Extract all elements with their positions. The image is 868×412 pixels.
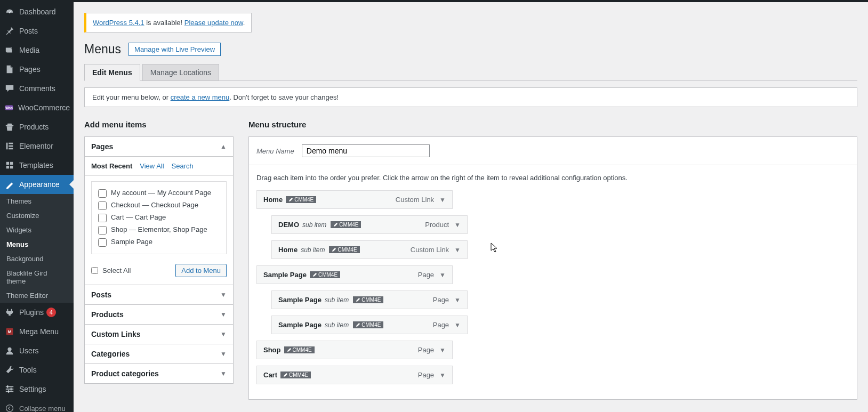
chevron-down-icon[interactable]: ▼ xyxy=(454,321,461,329)
cmm4e-badge[interactable]: CMM4E xyxy=(280,371,311,378)
menu-item[interactable]: DEMOsub item CMM4EProduct▼ xyxy=(271,215,468,234)
page-icon xyxy=(4,64,15,75)
menu-item[interactable]: Sample Pagesub item CMM4EPage▼ xyxy=(271,316,468,334)
sidebar-item-settings[interactable]: Settings xyxy=(0,379,74,399)
tools-icon xyxy=(4,365,15,375)
menu-structure-title: Menu structure xyxy=(248,120,857,129)
sidebar-label: Elementor xyxy=(19,142,53,150)
page-checkbox[interactable] xyxy=(98,238,107,247)
menu-item[interactable]: Sample Pagesub item CMM4EPage▼ xyxy=(271,290,468,309)
chevron-down-icon[interactable]: ▼ xyxy=(454,246,461,254)
accordion-head[interactable]: Categories▼ xyxy=(85,344,233,363)
page-header: Menus Manage with Live Preview xyxy=(84,42,857,56)
menu-item[interactable]: Homesub item CMM4ECustom Link▼ xyxy=(271,240,468,259)
svg-rect-16 xyxy=(8,390,9,393)
sidebar-item-comments[interactable]: Comments xyxy=(0,79,74,98)
add-menu-items-column: Add menu items Pages▲Most RecentView All… xyxy=(84,120,234,400)
page-checkbox[interactable] xyxy=(98,226,107,235)
select-all[interactable]: Select All xyxy=(91,266,131,274)
inner-tab-search[interactable]: Search xyxy=(172,162,194,170)
cmm4e-badge[interactable]: CMM4E xyxy=(353,321,383,328)
sidebar-item-dashboard[interactable]: Dashboard xyxy=(0,2,74,21)
sidebar-sub-customize[interactable]: Customize xyxy=(0,208,74,223)
accordion-label: Custom Links xyxy=(91,330,141,338)
live-preview-button[interactable]: Manage with Live Preview xyxy=(128,43,221,56)
chevron-down-icon[interactable]: ▼ xyxy=(454,221,461,229)
svg-rect-4 xyxy=(6,143,8,150)
sidebar-item-appearance[interactable]: Appearance xyxy=(0,175,74,194)
menu-item[interactable]: Shop CMM4EPage▼ xyxy=(256,341,453,359)
menu-body: Drag each item into the order you prefer… xyxy=(249,165,857,399)
sidebar-sub-menus[interactable]: Menus xyxy=(0,237,74,252)
page-checkbox-row[interactable]: Sample Page xyxy=(98,236,220,248)
menu-item-head: Cart CMM4EPage▼ xyxy=(257,366,452,384)
select-all-checkbox[interactable] xyxy=(91,267,98,274)
sidebar-sub-theme-editor[interactable]: Theme Editor xyxy=(0,288,74,303)
menu-item[interactable]: Home CMM4ECustom Link▼ xyxy=(256,190,453,209)
page-checkbox-row[interactable]: Cart — Cart Page xyxy=(98,212,220,224)
sidebar-sub-background[interactable]: Background xyxy=(0,252,74,266)
accordion-head[interactable]: Pages▲ xyxy=(85,137,233,156)
menu-item-head: Sample Page CMM4EPage▼ xyxy=(257,266,452,284)
cmm4e-badge[interactable]: CMM4E xyxy=(284,346,315,353)
menu-item[interactable]: Sample Page CMM4EPage▼ xyxy=(256,265,453,284)
menu-item-title: Home xyxy=(278,246,298,254)
sidebar-item-plugins[interactable]: Plugins4 xyxy=(0,303,74,322)
cmm4e-badge[interactable]: CMM4E xyxy=(310,271,340,278)
page-checkbox-row[interactable]: Shop — Elementor, Shop Page xyxy=(98,224,220,236)
menu-item[interactable]: Cart CMM4EPage▼ xyxy=(256,366,453,384)
sidebar-item-media[interactable]: Media xyxy=(0,41,74,60)
accordion-posts: Posts▼ xyxy=(84,285,234,305)
menu-item-subtitle: sub item xyxy=(302,221,326,229)
chevron-down-icon[interactable]: ▼ xyxy=(439,346,446,354)
cmm4e-badge[interactable]: CMM4E xyxy=(286,196,316,203)
add-to-menu-button[interactable]: Add to Menu xyxy=(175,264,227,277)
wp-version-link[interactable]: WordPress 5.4.1 xyxy=(93,19,144,27)
accordion-head[interactable]: Custom Links▼ xyxy=(85,325,233,344)
inner-tab-view-all[interactable]: View All xyxy=(140,162,164,170)
menu-name-input[interactable] xyxy=(302,144,430,157)
cmm4e-badge[interactable]: CMM4E xyxy=(353,296,383,303)
sidebar-label: Appearance xyxy=(19,180,60,189)
accordion-head[interactable]: Posts▼ xyxy=(85,285,233,304)
sidebar-item-pages[interactable]: Pages xyxy=(0,60,74,79)
sidebar-item-products[interactable]: Products xyxy=(0,117,74,136)
svg-point-10 xyxy=(7,348,11,351)
sidebar-item-users[interactable]: Users xyxy=(0,341,74,360)
chevron-down-icon[interactable]: ▼ xyxy=(439,371,446,379)
tab-manage-locations[interactable]: Manage Locations xyxy=(142,64,219,80)
page-checkbox[interactable] xyxy=(98,189,107,198)
chevron-down-icon[interactable]: ▼ xyxy=(454,296,461,304)
sidebar-item-elementor[interactable]: Elementor xyxy=(0,136,74,156)
page-checkbox-row[interactable]: Checkout — Checkout Page xyxy=(98,199,220,212)
sidebar-item-templates[interactable]: Templates xyxy=(0,156,74,175)
create-new-menu-link[interactable]: create a new menu xyxy=(171,93,230,101)
page-title: Menus xyxy=(84,42,121,56)
tab-edit-menus[interactable]: Edit Menus xyxy=(84,64,140,81)
accordion-head[interactable]: Product categories▼ xyxy=(85,364,233,383)
sidebar-item-posts[interactable]: Posts xyxy=(0,21,74,41)
sidebar-sub-themes[interactable]: Themes xyxy=(0,194,74,208)
chevron-down-icon: ▼ xyxy=(220,311,227,318)
collapse-menu[interactable]: Collapse menu xyxy=(0,399,74,412)
page-checkbox[interactable] xyxy=(98,214,107,222)
accordion-head[interactable]: Products▼ xyxy=(85,305,233,324)
update-now-link[interactable]: Please update now xyxy=(184,19,243,27)
sidebar-item-tools[interactable]: Tools xyxy=(0,360,74,379)
svg-text:M: M xyxy=(8,329,12,334)
chevron-down-icon[interactable]: ▼ xyxy=(439,271,446,279)
menu-item-title: Shop xyxy=(263,346,281,354)
sidebar-sub-widgets[interactable]: Widgets xyxy=(0,223,74,237)
update-notice: WordPress 5.4.1 is available! Please upd… xyxy=(84,13,252,33)
cmm4e-badge[interactable]: CMM4E xyxy=(331,221,361,228)
sidebar-item-woocommerce[interactable]: WooWooCommerce xyxy=(0,98,74,117)
cmm4e-badge[interactable]: CMM4E xyxy=(329,246,359,253)
page-checkbox-row[interactable]: My account — My Account Page xyxy=(98,187,220,199)
inner-tab-most-recent[interactable]: Most Recent xyxy=(91,162,132,170)
chevron-down-icon: ▼ xyxy=(220,350,227,358)
page-checkbox[interactable] xyxy=(98,201,107,210)
sidebar-item-mega-menu[interactable]: MMega Menu xyxy=(0,322,74,341)
sidebar-label: Media xyxy=(19,46,39,54)
chevron-down-icon[interactable]: ▼ xyxy=(439,196,446,204)
sidebar-sub-blacklite-gird-theme[interactable]: Blacklite Gird theme xyxy=(0,266,74,288)
